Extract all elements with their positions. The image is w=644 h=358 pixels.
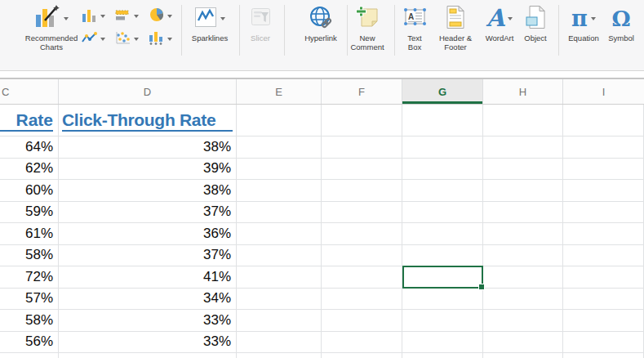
cell-h[interactable] xyxy=(483,136,563,158)
column-header-f[interactable]: F xyxy=(322,79,402,104)
dropdown-arrow-icon[interactable] xyxy=(167,15,172,18)
cell-e[interactable] xyxy=(237,266,322,288)
cell-f[interactable] xyxy=(322,180,402,201)
cell-e[interactable] xyxy=(237,159,322,180)
dropdown-arrow-icon[interactable] xyxy=(100,38,105,41)
cell-g[interactable] xyxy=(402,136,483,158)
header-footer-button[interactable]: Header & Footer xyxy=(432,3,479,51)
cell-i[interactable] xyxy=(563,332,644,353)
cell-i[interactable] xyxy=(563,105,644,136)
dropdown-arrow-icon[interactable] xyxy=(220,17,225,20)
cell-e[interactable] xyxy=(237,245,322,266)
dropdown-arrow-icon[interactable] xyxy=(100,15,105,18)
cell-c[interactable]: 58% xyxy=(0,245,59,266)
cell-i[interactable] xyxy=(563,223,644,244)
cell-h[interactable] xyxy=(483,159,563,180)
cell-e[interactable] xyxy=(237,332,322,353)
cell-f[interactable] xyxy=(322,245,402,266)
dropdown-arrow-icon[interactable] xyxy=(134,15,139,18)
cell-h[interactable] xyxy=(483,353,563,358)
hyperlink-button[interactable]: Hyperlink xyxy=(295,3,346,43)
scatter-chart-button[interactable] xyxy=(110,29,144,50)
cell-h[interactable] xyxy=(483,310,563,331)
dropdown-arrow-icon[interactable] xyxy=(591,17,596,20)
cell-i[interactable] xyxy=(563,289,644,310)
cell-e[interactable] xyxy=(237,202,322,223)
cell-g[interactable] xyxy=(402,245,483,266)
cell-h[interactable] xyxy=(483,289,563,310)
column-header-h[interactable]: H xyxy=(483,79,563,104)
equation-button[interactable]: π Equation xyxy=(564,3,603,43)
cell-i[interactable] xyxy=(563,245,644,266)
dropdown-arrow-icon[interactable] xyxy=(134,38,139,41)
cell-c[interactable]: 62% xyxy=(0,159,59,180)
pie-chart-button[interactable] xyxy=(144,6,177,27)
cell-i[interactable] xyxy=(563,266,644,288)
cell-d[interactable]: 37% xyxy=(59,245,237,266)
cell-d-header[interactable]: Click-Through Rate xyxy=(59,105,237,136)
cell-f[interactable] xyxy=(322,289,402,310)
cell-d[interactable]: 41% xyxy=(59,266,237,288)
fill-handle[interactable] xyxy=(478,284,485,290)
dropdown-arrow-icon[interactable] xyxy=(64,17,69,20)
cell-e[interactable] xyxy=(237,353,322,358)
cell-e[interactable] xyxy=(237,180,322,201)
cell-f[interactable] xyxy=(322,202,402,223)
cell-f[interactable] xyxy=(322,310,402,331)
cell-c[interactable]: 58% xyxy=(0,310,59,331)
cell-h[interactable] xyxy=(483,180,563,201)
cell-h[interactable] xyxy=(483,332,563,353)
cell-g[interactable] xyxy=(402,353,483,358)
sparklines-button[interactable]: Sparklines xyxy=(183,3,237,43)
cell-h[interactable] xyxy=(483,223,563,244)
cell-g[interactable] xyxy=(402,159,483,180)
cell-e[interactable] xyxy=(237,136,322,158)
cell-g[interactable] xyxy=(402,332,483,353)
cell-c[interactable]: 56% xyxy=(0,332,59,353)
cell-c[interactable]: 60% xyxy=(0,180,59,201)
cell-i[interactable] xyxy=(563,310,644,331)
cell-c[interactable]: 64% xyxy=(0,136,59,158)
bar-chart-button[interactable] xyxy=(110,6,144,27)
column-header-g-selected[interactable]: G xyxy=(402,79,483,104)
cell-e[interactable] xyxy=(237,223,322,244)
cell-i[interactable] xyxy=(563,180,644,201)
cell-f[interactable] xyxy=(322,332,402,353)
cell-c[interactable]: 72% xyxy=(0,266,59,288)
column-chart-button[interactable] xyxy=(77,6,110,27)
cell-d[interactable] xyxy=(59,353,237,358)
cell-c[interactable]: 57% xyxy=(0,289,59,310)
combo-chart-button[interactable] xyxy=(144,29,177,50)
cell-i[interactable] xyxy=(563,136,644,158)
slicer-button[interactable]: Slicer xyxy=(242,3,279,43)
cell-e[interactable] xyxy=(237,310,322,331)
dropdown-arrow-icon[interactable] xyxy=(167,38,172,41)
cell-g[interactable] xyxy=(402,223,483,244)
cell-f[interactable] xyxy=(322,136,402,158)
cell-d[interactable]: 34% xyxy=(59,289,237,310)
dropdown-arrow-icon[interactable] xyxy=(508,17,513,20)
column-header-d[interactable]: D xyxy=(59,79,237,104)
cell-e[interactable] xyxy=(237,105,322,136)
cell-c[interactable] xyxy=(0,353,59,358)
cell-g[interactable] xyxy=(402,310,483,331)
cell-i[interactable] xyxy=(563,159,644,180)
cell-g[interactable] xyxy=(402,180,483,201)
cell-c-header[interactable]: Rate xyxy=(0,105,59,136)
wordart-button[interactable]: A WordArt xyxy=(479,3,520,43)
cell-i[interactable] xyxy=(563,202,644,223)
cell-h[interactable] xyxy=(483,266,563,288)
cell-h[interactable] xyxy=(483,202,563,223)
cell-f[interactable] xyxy=(322,105,402,136)
column-header-c[interactable]: C xyxy=(0,79,59,104)
cell-f[interactable] xyxy=(322,266,402,288)
cell-d[interactable]: 33% xyxy=(59,310,237,331)
cell-d[interactable]: 38% xyxy=(59,136,237,158)
object-button[interactable]: Object xyxy=(519,3,552,43)
text-box-button[interactable]: A Text Box xyxy=(399,3,430,51)
cell-h[interactable] xyxy=(483,105,563,136)
cell-e[interactable] xyxy=(237,289,322,310)
cell-f[interactable] xyxy=(322,223,402,244)
cell-d[interactable]: 36% xyxy=(59,223,237,244)
cell-h[interactable] xyxy=(483,245,563,266)
